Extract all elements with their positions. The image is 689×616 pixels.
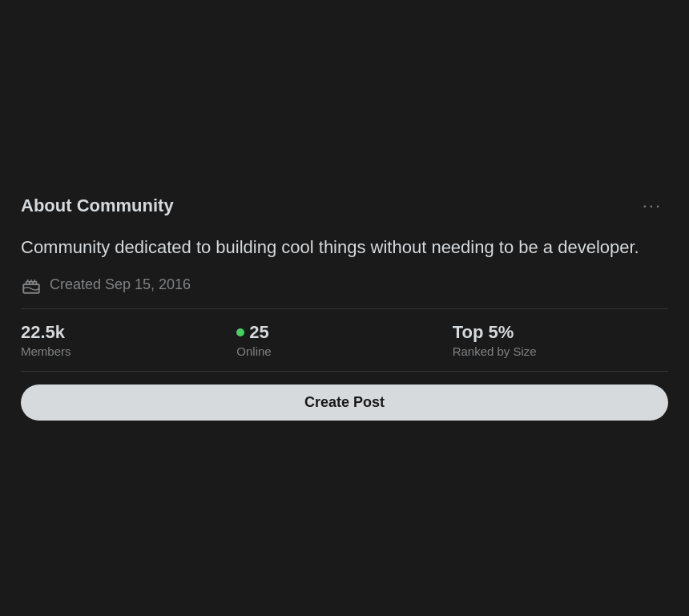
rank-value: Top 5% bbox=[453, 322, 668, 343]
online-dot-icon bbox=[236, 328, 244, 336]
members-value: 22.5k bbox=[21, 322, 236, 343]
members-stat: 22.5k Members bbox=[21, 322, 236, 358]
create-post-button[interactable]: Create Post bbox=[21, 384, 668, 421]
stats-row: 22.5k Members 25 Online Top 5% Ranked by… bbox=[21, 322, 668, 358]
more-options-button[interactable]: ··· bbox=[636, 192, 668, 219]
divider-top bbox=[21, 308, 668, 309]
online-stat: 25 Online bbox=[236, 322, 452, 358]
created-row: Created Sep 15, 2016 bbox=[21, 275, 668, 296]
rank-label: Ranked by Size bbox=[453, 344, 668, 358]
members-label: Members bbox=[21, 344, 236, 358]
online-count: 25 bbox=[249, 322, 268, 343]
cake-icon bbox=[21, 275, 42, 296]
card-title: About Community bbox=[21, 195, 174, 216]
divider-bottom bbox=[21, 371, 668, 372]
about-community-card: About Community ··· Community dedicated … bbox=[8, 183, 681, 433]
online-label: Online bbox=[236, 344, 452, 358]
created-date: Created Sep 15, 2016 bbox=[50, 276, 191, 293]
online-value: 25 bbox=[236, 322, 452, 343]
community-description: Community dedicated to building cool thi… bbox=[21, 236, 668, 260]
rank-stat: Top 5% Ranked by Size bbox=[453, 322, 668, 358]
card-header: About Community ··· bbox=[21, 192, 668, 219]
